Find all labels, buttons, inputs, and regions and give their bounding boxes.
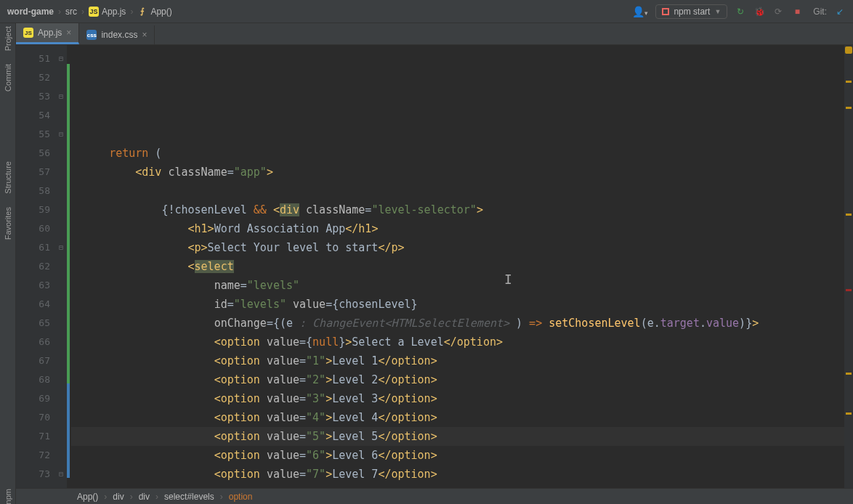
js-file-icon: JS (89, 7, 99, 17)
git-update-icon[interactable]: ↙ (834, 7, 846, 17)
stop-icon[interactable]: ■ (791, 7, 803, 17)
panel-structure[interactable]: Structure (4, 161, 12, 194)
nav-folder[interactable]: src (65, 7, 77, 17)
panel-favorites[interactable]: Favorites (4, 207, 12, 240)
tab-label: App.js (38, 28, 62, 38)
line-number-gutter[interactable]: 51⊟5253⊟5455⊟565758596061⊟62636465666768… (16, 45, 67, 488)
rerun-icon[interactable]: ↻ (735, 7, 746, 17)
nav-breadcrumb: word-game › src › JS App.js › ⨍ App() (7, 7, 632, 17)
git-label: Git: (813, 7, 827, 17)
tab-label: index.css (101, 30, 137, 40)
inspection-status-icon[interactable] (845, 46, 852, 54)
panel-project[interactable]: Project (4, 26, 12, 51)
run-config-label: npm start (674, 7, 710, 17)
crumb-div1[interactable]: div (113, 492, 124, 502)
crumb-div2[interactable]: div (139, 492, 150, 502)
debug-icon[interactable]: 🐞 (753, 7, 765, 17)
code-area[interactable]: I return ( <div className="app"> {!chose… (71, 45, 844, 488)
run-coverage-icon[interactable]: ⟳ (772, 7, 784, 17)
right-marker-gutter[interactable] (844, 45, 853, 488)
toolbar-controls: 👤▾ npm start ▼ ↻ 🐞 ⟳ ■ Git: ↙ (632, 4, 846, 19)
function-icon: ⨍ (137, 7, 147, 17)
run-configuration-select[interactable]: npm start ▼ (655, 4, 727, 19)
chevron-down-icon: ▼ (714, 8, 721, 15)
npm-icon (662, 8, 669, 15)
css-file-icon: css (86, 30, 97, 40)
nav-file[interactable]: JS App.js (89, 7, 126, 17)
crumb-option[interactable]: option (229, 492, 253, 502)
close-icon[interactable]: × (66, 28, 71, 38)
chevron-right-icon: › (130, 7, 133, 17)
add-user-icon[interactable]: 👤▾ (632, 6, 648, 17)
nav-function[interactable]: ⨍ App() (137, 7, 171, 17)
tab-index-css[interactable]: css index.css × (79, 25, 155, 44)
crumb-fn[interactable]: App() (77, 492, 98, 502)
topbar: word-game › src › JS App.js › ⨍ App() 👤▾… (0, 0, 853, 23)
chevron-right-icon: › (81, 7, 84, 17)
close-icon[interactable]: × (142, 30, 147, 40)
panel-npm[interactable]: npm (4, 489, 12, 504)
chevron-right-icon: › (58, 7, 61, 17)
bottom-breadcrumb: App()› div› div› select#levels› option (16, 488, 853, 504)
js-file-icon: JS (23, 28, 33, 38)
panel-commit[interactable]: Commit (4, 64, 12, 92)
nav-project[interactable]: word-game (7, 7, 54, 17)
editor-tabs: JS App.js × css index.css × (0, 23, 853, 45)
tab-app-js[interactable]: JS App.js × (16, 23, 79, 44)
left-tool-strip: Project Commit Structure Favorites npm (0, 23, 16, 504)
editor[interactable]: 51⊟5253⊟5455⊟565758596061⊟62636465666768… (16, 45, 853, 488)
crumb-select[interactable]: select#levels (164, 492, 214, 502)
